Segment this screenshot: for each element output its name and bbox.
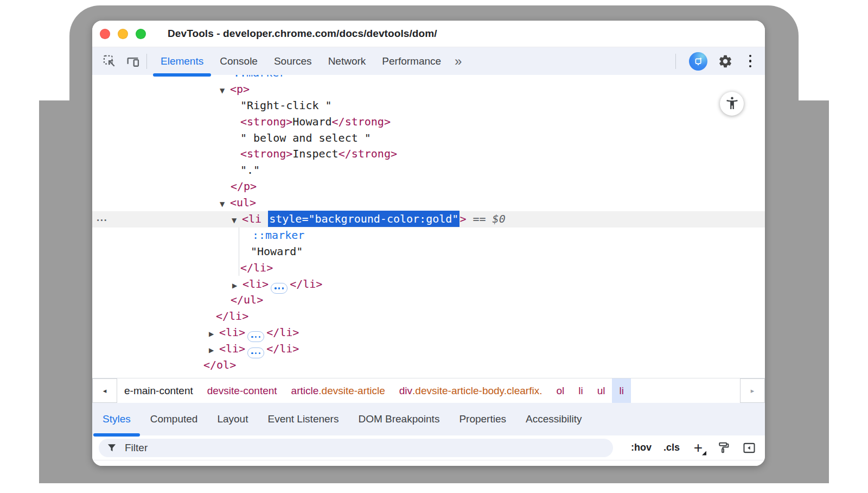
sidebar-tabs: StylesComputedLayoutEvent ListenersDOM B… [92, 403, 765, 435]
tag-token: <strong> [240, 147, 292, 160]
text-token: Howard [292, 115, 331, 128]
text-token: "Right-click " [240, 99, 332, 112]
minimize-window-button[interactable] [118, 29, 128, 39]
window-footer [92, 460, 765, 466]
tag-token: </li> [290, 277, 322, 290]
dom-tree-row[interactable]: ▼<ul> [92, 195, 765, 211]
breadcrumb-part: article [291, 385, 319, 397]
breadcrumb-part: ol [556, 385, 564, 397]
dom-tree-row[interactable]: " below and select " [92, 130, 765, 147]
sidebar-tab-layout[interactable]: Layout [207, 403, 258, 435]
maximize-window-button[interactable] [136, 29, 146, 39]
more-tabs-icon[interactable]: » [449, 54, 467, 69]
sidebar-tab-event-listeners[interactable]: Event Listeners [258, 403, 348, 435]
dom-tree-row[interactable]: ▶<li></li> [92, 276, 765, 293]
dom-tree-row[interactable]: </li> [92, 260, 765, 276]
breadcrumb-item[interactable]: devsite-content [200, 378, 284, 403]
text-token: " below and select " [240, 131, 371, 144]
dom-tree-row[interactable]: <strong>Inspect</strong> [92, 146, 765, 162]
inspect-element-icon[interactable] [101, 53, 117, 69]
dom-tree-row[interactable]: "." [92, 162, 765, 179]
panel-tab-elements[interactable]: Elements [152, 47, 212, 75]
filter-input[interactable] [124, 441, 610, 454]
paint-roller-icon[interactable] [717, 441, 730, 454]
sidebar-tab-dom-breakpoints[interactable]: DOM Breakpoints [348, 403, 449, 435]
dom-tree-row[interactable]: ::marker [92, 227, 765, 244]
sidebar-tab-computed[interactable]: Computed [141, 403, 208, 435]
dom-tree-row[interactable]: "Right-click " [92, 98, 765, 114]
breadcrumb-item[interactable]: ol [549, 378, 571, 403]
tag-token: </ul> [231, 293, 263, 306]
toolbar-divider [146, 54, 147, 69]
breadcrumb-part: div [399, 385, 412, 397]
breadcrumb-scroll-right-button[interactable]: ▸ [740, 378, 765, 403]
filter-field[interactable] [99, 439, 613, 457]
collapse-arrow-icon[interactable]: ▼ [220, 197, 230, 213]
sidebar-tab-properties[interactable]: Properties [449, 403, 516, 435]
dom-tree-row[interactable]: ▶<li></li> [92, 325, 765, 341]
dom-tree-row[interactable]: <strong>Howard</strong> [92, 114, 765, 130]
filter-controls: :hov .cls + [631, 441, 756, 455]
dock-sidebar-icon[interactable] [742, 441, 756, 455]
breadcrumb-item[interactable]: div.devsite-article-body.clearfix. [392, 378, 550, 403]
panel-tab-sources[interactable]: Sources [266, 47, 320, 75]
tag-token: </p> [231, 180, 257, 193]
dom-tree-row[interactable]: "Howard" [92, 244, 765, 260]
sidebar-tab-accessibility[interactable]: Accessibility [516, 403, 591, 435]
accessibility-person-icon [725, 96, 739, 112]
expand-arrow-icon[interactable]: ▶ [209, 343, 219, 359]
dom-tree-row[interactable]: </ol> [92, 357, 765, 374]
breadcrumb-items: e-main-contentdevsite-contentarticle.dev… [117, 378, 631, 403]
text-token: Inspect [292, 147, 338, 160]
kebab-menu-icon[interactable] [744, 53, 756, 69]
accessibility-floating-button[interactable] [720, 92, 744, 116]
breadcrumb-item[interactable]: ul [590, 378, 612, 403]
dom-tree-row[interactable]: </p> [92, 179, 765, 195]
dom-tree-row-selected[interactable]: ...▼<li style="background-color:gold"> =… [92, 211, 765, 227]
panel-tab-performance[interactable]: Performance [374, 47, 449, 75]
filter-funnel-icon [106, 443, 117, 453]
toggle-class-button[interactable]: .cls [663, 442, 680, 453]
hidden-rules-dots-icon[interactable]: ... [97, 210, 107, 226]
toggle-element-state-button[interactable]: :hov [631, 442, 652, 453]
breadcrumb-item-selected[interactable]: li [612, 378, 630, 403]
collapse-arrow-icon[interactable]: ▼ [220, 83, 230, 99]
dollar-zero-reference: $0 [493, 212, 506, 225]
tag-token: </li> [216, 309, 248, 323]
dom-tree-row[interactable]: ▼<p> [92, 81, 765, 98]
close-window-button[interactable] [100, 29, 110, 39]
settings-gear-icon[interactable] [717, 53, 733, 69]
breadcrumb-item[interactable]: e-main-content [117, 378, 200, 403]
breadcrumb-part: li [578, 385, 583, 397]
tag-token: <ul> [230, 196, 256, 209]
breadcrumb-item[interactable]: li [571, 378, 590, 403]
panel-tabs: ElementsConsoleSourcesNetworkPerformance [152, 47, 449, 75]
toolbar-right-group [670, 52, 756, 71]
tag-token: </li> [266, 342, 299, 355]
expand-arrow-icon[interactable]: ▶ [209, 326, 219, 343]
collapse-arrow-icon[interactable]: ▼ [232, 213, 242, 229]
dom-tree-row[interactable]: </ul> [92, 292, 765, 308]
tag-token: <li> [219, 342, 245, 355]
breadcrumb-part: e-main-content [124, 385, 193, 397]
breadcrumb-part: ul [597, 385, 605, 397]
panel-tab-network[interactable]: Network [320, 47, 374, 75]
expand-arrow-icon[interactable]: ▶ [232, 278, 242, 294]
text-token: "." [240, 163, 260, 176]
tag-token: </strong> [332, 115, 391, 128]
tag-token: <li [242, 212, 268, 225]
sidebar-tab-styles[interactable]: Styles [93, 403, 141, 435]
breadcrumb-item[interactable]: article.devsite-article [284, 378, 392, 403]
new-style-rule-dropdown-icon [702, 451, 706, 456]
device-toolbar-icon[interactable] [125, 53, 141, 69]
new-style-rule-button[interactable]: + [692, 443, 705, 453]
tag-token: <p> [230, 83, 250, 96]
dom-tree-row[interactable]: ▶<li></li> [92, 341, 765, 357]
panel-tab-console[interactable]: Console [212, 47, 266, 75]
tag-token: </li> [266, 326, 299, 339]
breadcrumb: ◂ e-main-contentdevsite-contentarticle.d… [92, 378, 765, 403]
ai-assistance-icon[interactable] [689, 52, 707, 71]
text-token: "Howard" [251, 245, 303, 258]
breadcrumb-scroll-left-button[interactable]: ◂ [92, 378, 117, 403]
dom-tree-row[interactable]: </li> [92, 308, 765, 325]
